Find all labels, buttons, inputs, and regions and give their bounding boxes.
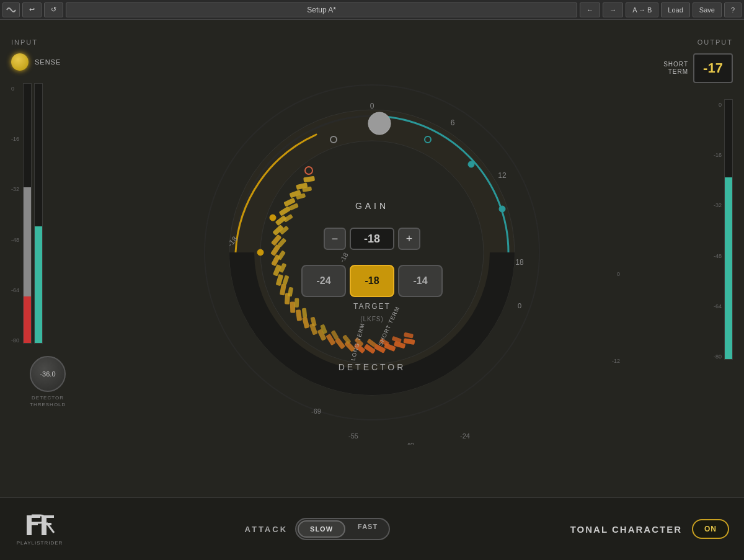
svg-text:6: 6 [451,118,455,127]
input-scale-32: -32 [11,186,19,192]
input-label: INPUT [11,38,110,46]
output-scale-64: -64 [714,303,722,309]
short-term-display: -17 [693,53,733,83]
logo-svg [24,513,55,538]
input-scale-0: 0 [11,86,19,92]
detector-threshold-knob[interactable]: -36.0 [30,356,66,392]
attack-toggle[interactable]: SLOW FAST [295,518,390,540]
short-term-label: SHORTTERM [663,61,688,76]
target-btn-neg24[interactable]: -24 [301,265,346,297]
gain-display: -18 [350,228,394,250]
short-term-section: SHORTTERM -17 [663,53,733,83]
target-sub-label: (LKFS) [360,316,384,322]
playlistrider-logo: PLAYLISTRIDER [15,513,64,546]
output-scale-mid2: -12 [612,358,620,364]
help-button[interactable]: ? [724,2,742,17]
output-scale-80: -80 [714,353,722,360]
detector-threshold-value: -36.0 [40,370,55,378]
target-btn-neg14[interactable]: -14 [398,265,443,297]
output-scale-16: -16 [714,152,722,158]
svg-rect-79 [42,515,54,518]
gain-minus-button[interactable]: − [324,228,346,250]
svg-text:-55: -55 [348,432,358,440]
preset-title[interactable]: Setup A* [66,2,577,17]
svg-text:-24: -24 [460,432,470,440]
tonal-character-section: TONAL CHARACTER ON [570,519,729,539]
svg-text:-69: -69 [311,407,321,415]
bottom-bar: PLAYLISTRIDER ATTACK SLOW FAST TONAL CHA… [0,497,744,560]
svg-text:-40: -40 [404,442,414,445]
output-label: OUTPUT [698,38,733,46]
tonal-on-button[interactable]: ON [692,519,729,539]
target-label: TARGET [353,302,391,311]
input-scale-64: -64 [11,287,19,293]
output-scale-mid: 0 [617,271,620,277]
svg-text:0: 0 [518,302,521,309]
svg-text:DETECTOR: DETECTOR [339,362,406,372]
redo-button[interactable]: ↺ [44,2,63,17]
gain-plus-button[interactable]: + [398,228,420,250]
output-scale-48: -48 [714,253,722,259]
attack-fast-button[interactable]: FAST [347,519,389,539]
attack-slow-button[interactable]: SLOW [298,520,345,538]
output-level [725,177,732,359]
svg-point-5 [257,249,264,256]
undo-button[interactable]: ↩ [22,2,42,17]
input-level-left [24,187,31,343]
attack-section: ATTACK SLOW FAST [64,518,570,540]
svg-point-4 [270,215,276,221]
output-meter [724,99,733,360]
waves-logo [2,2,20,17]
input-level-right [35,226,42,343]
svg-text:0: 0 [370,102,374,110]
output-scale-32: -32 [714,202,722,208]
svg-point-10 [499,206,505,212]
input-scale-48: -48 [11,237,19,243]
prev-button[interactable]: ← [580,2,600,17]
dial-container: -18 0 6 12 18 -18 -69 -55 [180,60,564,445]
target-btn-neg18[interactable]: -18 [350,265,394,297]
input-meter-left [23,83,32,344]
save-button[interactable]: Save [693,2,722,17]
center-area: -18 0 6 12 18 -18 -69 -55 [124,45,620,460]
svg-point-9 [468,161,474,167]
input-section: INPUT SENSE 0 -16 -32 -48 -64 -80 [11,38,110,408]
svg-text:GAIN: GAIN [355,201,389,211]
sense-indicator[interactable] [11,53,29,71]
load-button[interactable]: Load [661,2,689,17]
svg-text:18: 18 [515,258,524,267]
svg-text:12: 12 [498,171,507,180]
logo-text: PLAYLISTRIDER [17,540,63,546]
input-scale-80: -80 [11,337,19,344]
svg-point-2 [260,141,484,364]
dial-svg: -18 0 6 12 18 -18 -69 -55 [180,60,564,445]
tonal-character-label: TONAL CHARACTER [570,524,682,535]
input-scale-16: -16 [11,136,19,142]
sense-row: SENSE [11,53,110,71]
main-area: INPUT SENSE 0 -16 -32 -48 -64 -80 [0,20,744,497]
next-button[interactable]: → [603,2,623,17]
attack-label: ATTACK [245,525,288,534]
svg-rect-34 [290,301,296,313]
output-section: OUTPUT SHORTTERM -17 0 -16 -32 -48 -64 -… [634,38,733,360]
input-meter-right [34,83,43,344]
ab-button[interactable]: A → B [626,2,658,17]
detector-threshold-label: DETECTORTHRESHOLD [30,394,66,408]
top-bar: ↩ ↺ Setup A* ← → A → B Load Save ? [0,0,744,20]
svg-rect-59 [294,298,299,308]
sense-label: SENSE [35,58,61,66]
svg-point-7 [368,112,391,135]
output-scale-0: 0 [714,102,722,108]
